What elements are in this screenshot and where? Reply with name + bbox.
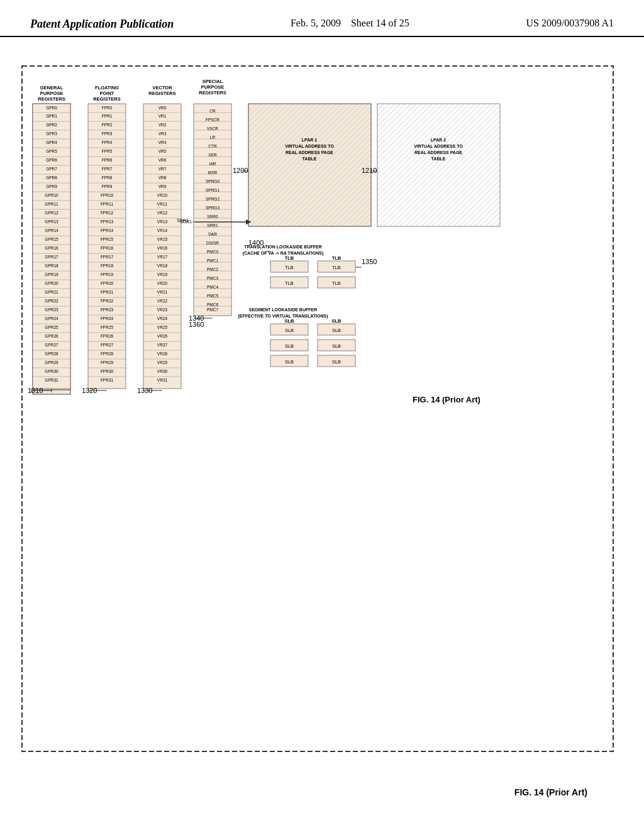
svg-text:FPR11: FPR11 [101,202,114,206]
svg-text:GPR4: GPR4 [46,140,57,145]
svg-text:FPR13: FPR13 [101,219,114,224]
svg-text:GPR0: GPR0 [46,106,57,110]
svg-text:GPR20: GPR20 [45,281,58,285]
svg-text:VR20: VR20 [157,281,168,285]
svg-text:FPR18: FPR18 [101,263,114,268]
patent-number: US 2009/0037908 A1 [526,18,614,29]
svg-text:VR30: VR30 [157,369,168,374]
svg-text:FPR28: FPR28 [101,351,114,356]
svg-text:FPR31: FPR31 [101,378,114,382]
fig-14-caption: FIG. 14 (Prior Art) [514,787,587,797]
svg-text:VR31: VR31 [157,378,168,382]
svg-text:FPR7: FPR7 [102,167,113,171]
svg-text:FPR2: FPR2 [102,123,113,127]
svg-text:FPR15: FPR15 [101,237,114,241]
svg-text:FPR30: FPR30 [101,369,114,374]
svg-text:(CACHE OF VA -> RA TRANSLATION: (CACHE OF VA -> RA TRANSLATIONS) [243,251,324,256]
svg-text:SLB: SLB [285,328,294,333]
sheet-info: Sheet 14 of 25 [351,18,409,28]
svg-text:VR0: VR0 [158,106,167,110]
svg-text:SLB: SLB [332,343,341,349]
svg-text:PURPOSE: PURPOSE [40,91,64,96]
svg-text:GPR9: GPR9 [46,184,57,189]
svg-text:GPR7: GPR7 [46,167,57,171]
svg-text:VR24: VR24 [157,316,168,321]
svg-text:VR2: VR2 [158,123,167,127]
svg-text:GPR13: GPR13 [45,219,58,224]
lpar2-title: LPAR 2 [431,138,446,142]
svg-text:GPR18: GPR18 [45,263,58,268]
publication-title: Patent Application Publication [30,18,174,31]
svg-text:PMC7: PMC7 [207,307,218,312]
svg-text:SLB: SLB [285,343,294,349]
svg-text:VR29: VR29 [157,360,168,365]
svg-text:REGISTERS: REGISTERS [148,91,175,96]
svg-rect-328 [248,104,371,226]
svg-text:VR12: VR12 [157,211,168,215]
svg-text:TLB: TLB [285,280,294,286]
svg-text:FPR25: FPR25 [101,325,114,329]
svg-text:GPR21: GPR21 [45,290,58,294]
svg-text:GPR15: GPR15 [45,237,58,241]
lpar1-title: LPAR 1 [302,138,317,142]
page-header: Patent Application Publication Feb. 5, 2… [0,0,644,37]
svg-text:TLB: TLB [332,255,341,261]
svg-text:FLOATING: FLOATING [95,85,119,91]
svg-text:SLB: SLB [332,318,342,324]
svg-text:GPR19: GPR19 [45,272,58,277]
svg-text:REGISTERS: REGISTERS [199,90,226,96]
label-1400: 1400 [248,239,264,246]
svg-text:FPR5: FPR5 [102,149,113,153]
label-1210: 1210 [362,167,377,174]
svg-text:VR15: VR15 [157,237,168,241]
svg-text:REGISTERS: REGISTERS [38,96,65,102]
svg-text:REGISTERS: REGISTERS [93,96,120,102]
svg-rect-333 [377,104,500,226]
svg-text:VR23: VR23 [157,307,168,312]
svg-text:FPR8: FPR8 [102,175,113,180]
svg-text:FPR19: FPR19 [101,272,114,277]
svg-text:GPR17: GPR17 [45,255,58,259]
svg-text:VR25: VR25 [157,325,168,329]
svg-text:SLB: SLB [332,328,341,333]
svg-text:VR18: VR18 [157,263,168,268]
svg-text:TABLE: TABLE [431,157,446,161]
svg-text:SLB: SLB [285,318,295,324]
svg-text:VR28: VR28 [157,351,168,356]
svg-text:GPR26: GPR26 [45,334,58,338]
svg-text:GPR27: GPR27 [45,343,58,347]
svg-text:FPR0: FPR0 [102,106,113,110]
svg-text:GPR8: GPR8 [46,175,57,180]
svg-text:GPR16: GPR16 [45,246,58,250]
slb-title: SEGMENT LOOKASIDE BUFFER [249,307,318,312]
svg-text:FPR10: FPR10 [101,193,114,197]
fig-caption: FIG. 14 (Prior Art) [413,395,480,404]
svg-text:FPR27: FPR27 [101,343,114,347]
svg-text:VECTOR: VECTOR [152,85,172,91]
svg-text:GPR6: GPR6 [46,158,57,162]
svg-text:FPR9: FPR9 [102,184,113,189]
svg-text:FPR17: FPR17 [101,255,114,259]
svg-text:GPR10: GPR10 [45,193,58,197]
svg-text:SLB: SLB [285,359,294,365]
svg-text:TLB: TLB [332,265,341,270]
svg-text:GPR24: GPR24 [45,316,58,321]
svg-text:VR16: VR16 [157,246,168,250]
svg-text:GPR28: GPR28 [45,351,58,356]
svg-text:VR21: VR21 [157,290,168,294]
svg-text:REAL ADDRESS PAGE: REAL ADDRESS PAGE [414,150,462,155]
svg-text:VR10: VR10 [157,193,168,197]
svg-text:VIRTUAL ADDRESS TO: VIRTUAL ADDRESS TO [414,144,463,148]
svg-text:FPR6: FPR6 [102,158,113,162]
svg-text:GPR12: GPR12 [45,211,58,215]
svg-text:GPR29: GPR29 [45,360,58,365]
svg-text:TLB: TLB [285,265,294,270]
svg-text:TABLE: TABLE [303,157,317,161]
page: Patent Application Publication Feb. 5, 2… [0,0,644,830]
svg-text:FPR26: FPR26 [101,334,114,338]
svg-text:SLB: SLB [332,359,341,365]
svg-text:VR13: VR13 [157,219,168,224]
svg-text:FPR1: FPR1 [102,114,113,118]
svg-text:VR9: VR9 [158,184,167,189]
svg-text:TLB: TLB [285,255,294,261]
